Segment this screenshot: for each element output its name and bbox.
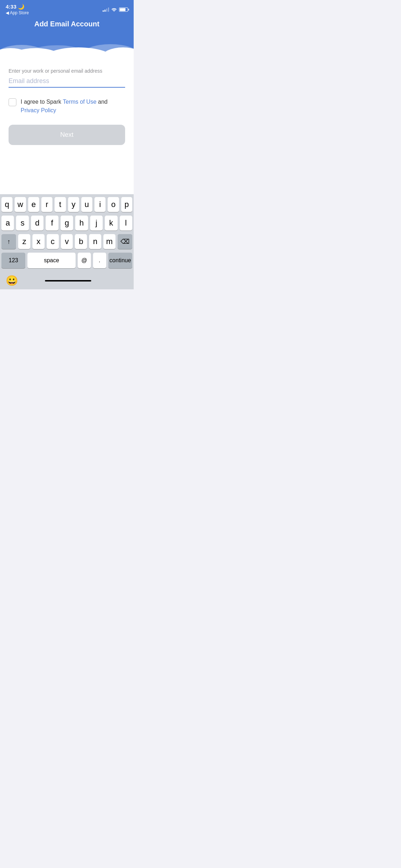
terms-text: I agree to Spark Terms of Use and Privac… <box>21 98 108 115</box>
moon-icon: 🌙 <box>18 4 25 10</box>
key-u[interactable]: u <box>81 197 92 212</box>
continue-key[interactable]: continue <box>108 253 132 268</box>
key-z[interactable]: z <box>18 234 30 249</box>
key-f[interactable]: f <box>46 216 58 231</box>
keyboard-row-3: ↑ z x c v b n m ⌫ <box>1 234 132 249</box>
clouds-decoration <box>0 35 134 57</box>
key-x[interactable]: x <box>32 234 45 249</box>
key-g[interactable]: g <box>61 216 73 231</box>
key-m[interactable]: m <box>103 234 115 249</box>
home-bar <box>45 280 91 281</box>
key-r[interactable]: r <box>41 197 52 212</box>
key-b[interactable]: b <box>75 234 87 249</box>
terms-row: I agree to Spark Terms of Use and Privac… <box>9 98 125 115</box>
signal-icon <box>103 7 109 12</box>
key-q[interactable]: q <box>1 197 12 212</box>
wifi-icon <box>111 7 117 12</box>
app-screen: 4:33 🌙 ◀ App Store Ad <box>0 0 134 289</box>
status-left: 4:33 🌙 ◀ App Store <box>6 4 29 15</box>
key-n[interactable]: n <box>89 234 101 249</box>
key-i[interactable]: i <box>94 197 106 212</box>
terms-of-use-link[interactable]: Terms of Use <box>63 99 96 105</box>
app-store-back[interactable]: ◀ App Store <box>6 10 29 15</box>
space-key[interactable]: space <box>27 253 76 268</box>
email-label: Enter your work or personal email addres… <box>9 57 125 77</box>
keyboard-bottom: 😀 <box>0 273 134 289</box>
email-input-wrapper <box>9 77 125 88</box>
key-o[interactable]: o <box>108 197 119 212</box>
key-c[interactable]: c <box>47 234 59 249</box>
status-right <box>103 7 128 12</box>
keyboard-row-1: q w e r t y u i o p <box>1 197 132 212</box>
key-p[interactable]: p <box>121 197 132 212</box>
page-header: Add Email Account <box>0 16 134 35</box>
keyboard: q w e r t y u i o p a s d f g h j k <box>0 194 134 289</box>
key-123[interactable]: 123 <box>1 253 25 268</box>
emoji-button[interactable]: 😀 <box>6 275 18 286</box>
next-button[interactable]: Next <box>9 125 125 145</box>
privacy-policy-link[interactable]: Privacy Policy <box>21 107 56 113</box>
battery-icon <box>119 7 128 12</box>
key-w[interactable]: w <box>15 197 26 212</box>
terms-checkbox[interactable] <box>9 98 16 106</box>
key-l[interactable]: l <box>120 216 132 231</box>
key-j[interactable]: j <box>90 216 103 231</box>
key-t[interactable]: t <box>55 197 66 212</box>
key-d[interactable]: d <box>31 216 43 231</box>
key-s[interactable]: s <box>16 216 29 231</box>
shift-key[interactable]: ↑ <box>1 234 16 249</box>
key-at[interactable]: @ <box>78 253 91 268</box>
keyboard-row-4: 123 space @ . continue <box>1 253 132 268</box>
key-e[interactable]: e <box>28 197 39 212</box>
key-k[interactable]: k <box>105 216 117 231</box>
key-y[interactable]: y <box>68 197 79 212</box>
key-h[interactable]: h <box>75 216 88 231</box>
keyboard-row-2: a s d f g h j k l <box>1 216 132 231</box>
delete-key[interactable]: ⌫ <box>118 234 132 249</box>
key-dot[interactable]: . <box>93 253 106 268</box>
email-input[interactable] <box>9 77 125 85</box>
status-time: 4:33 🌙 <box>6 4 29 9</box>
key-a[interactable]: a <box>1 216 14 231</box>
key-v[interactable]: v <box>61 234 73 249</box>
keyboard-rows: q w e r t y u i o p a s d f g h j k <box>0 194 134 273</box>
page-title: Add Email Account <box>0 20 134 35</box>
status-bar: 4:33 🌙 ◀ App Store <box>0 0 134 16</box>
